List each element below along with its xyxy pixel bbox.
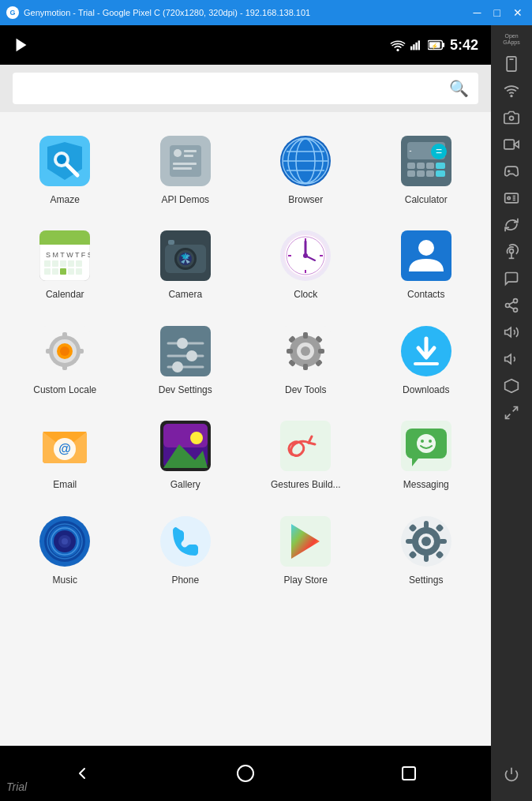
app-item-contacts[interactable]: Contacts — [368, 219, 485, 308]
svg-point-3 — [510, 117, 514, 121]
svg-point-102 — [418, 240, 434, 256]
svg-rect-59 — [417, 163, 425, 169]
minimize-button[interactable]: ─ — [470, 6, 485, 20]
svg-rect-163 — [424, 554, 429, 562]
svg-point-154 — [62, 538, 68, 545]
close-button[interactable]: ✕ — [510, 6, 526, 20]
rotation-sidebar-icon[interactable] — [500, 214, 523, 236]
svg-point-15 — [514, 299, 518, 303]
contacts-icon — [398, 227, 455, 284]
sidebar-right: OpenGApps — [491, 25, 532, 801]
app-grid-container: Amaze API — [0, 112, 491, 746]
phone-sidebar-icon[interactable] — [500, 53, 523, 75]
id-sidebar-icon[interactable] — [500, 187, 523, 209]
svg-rect-76 — [60, 260, 66, 267]
svg-rect-74 — [44, 260, 51, 267]
battery-icon: ⚡ — [428, 39, 445, 51]
phone-label: Phone — [171, 575, 199, 586]
app-item-dev-settings[interactable]: Dev Settings — [127, 315, 245, 403]
antenna-sidebar-icon[interactable] — [500, 241, 523, 263]
downloads-icon — [398, 323, 455, 380]
svg-point-38 — [57, 155, 66, 164]
app-item-downloads[interactable]: Downloads — [368, 315, 485, 403]
app-item-amaze[interactable]: Amaze — [6, 125, 124, 213]
gamepad-sidebar-icon[interactable] — [500, 160, 523, 182]
svg-point-11 — [508, 197, 510, 200]
app-item-dev-tools[interactable]: Dev Tools — [247, 315, 365, 403]
search-input-box[interactable]: 🔍 — [13, 73, 478, 104]
app-item-phone[interactable]: Phone — [127, 505, 245, 593]
home-button[interactable] — [231, 759, 260, 788]
svg-text:=: = — [436, 145, 442, 158]
window-title: Genymotion - Trial - Google Pixel C (720… — [24, 8, 470, 17]
custom-locale-icon — [36, 323, 93, 380]
svg-rect-83 — [76, 268, 82, 275]
app-item-email[interactable]: @ Email — [6, 410, 124, 498]
music-label: Music — [53, 575, 77, 586]
app-item-custom-locale[interactable]: Custom Locale — [6, 315, 124, 403]
back-button[interactable] — [68, 759, 96, 788]
svg-rect-162 — [424, 521, 429, 529]
settings-icon — [398, 513, 455, 570]
app-item-play-store[interactable]: Play Store — [247, 505, 365, 593]
window-titlebar: G Genymotion - Trial - Google Pixel C (7… — [0, 0, 532, 25]
recents-button[interactable] — [395, 759, 423, 788]
music-icon — [36, 513, 93, 570]
maximize-button[interactable]: □ — [491, 6, 504, 20]
chat-sidebar-icon[interactable] — [500, 268, 523, 290]
svg-rect-30 — [415, 43, 417, 51]
svg-point-100 — [303, 253, 308, 258]
power-sidebar-icon[interactable] — [500, 763, 523, 785]
clock-label: Clock — [294, 289, 317, 300]
phone-icon — [157, 513, 214, 570]
app-item-gestures[interactable]: Gestures Build... — [247, 410, 365, 498]
svg-point-2 — [511, 95, 512, 97]
signal-icon — [410, 39, 423, 51]
svg-rect-29 — [413, 44, 414, 50]
volume-down-sidebar-icon[interactable] — [500, 348, 523, 370]
svg-point-41 — [174, 149, 182, 157]
svg-point-146 — [417, 434, 436, 453]
video-sidebar-icon[interactable] — [500, 133, 523, 155]
svg-point-114 — [177, 338, 188, 349]
tag-sidebar-icon[interactable] — [500, 375, 523, 397]
app-item-camera[interactable]: Camera — [127, 219, 245, 308]
app-item-browser[interactable]: Browser — [247, 125, 365, 213]
svg-point-172 — [238, 765, 253, 781]
svg-rect-58 — [407, 163, 415, 169]
app-item-clock[interactable]: Clock — [247, 219, 365, 308]
svg-text:⚡: ⚡ — [431, 43, 439, 50]
svg-point-16 — [506, 304, 510, 308]
svg-point-27 — [396, 49, 399, 51]
play-store-status-icon — [13, 36, 30, 54]
window-controls[interactable]: ─ □ ✕ — [470, 6, 526, 20]
app-item-settings[interactable]: Settings — [368, 505, 485, 593]
app-icon: G — [6, 6, 19, 19]
status-time: 5:42 — [450, 37, 478, 54]
volume-up-sidebar-icon[interactable] — [500, 321, 523, 343]
app-item-api-demos[interactable]: API Demos — [127, 125, 245, 213]
svg-text:@: @ — [58, 442, 71, 455]
svg-line-24 — [506, 414, 511, 419]
camera-sidebar-icon[interactable] — [500, 107, 523, 129]
svg-rect-89 — [168, 240, 174, 245]
resize-sidebar-icon[interactable] — [500, 402, 523, 424]
svg-point-12 — [510, 249, 514, 253]
svg-rect-173 — [403, 767, 415, 780]
svg-rect-108 — [46, 349, 52, 354]
app-item-gallery[interactable]: Gallery — [127, 410, 245, 498]
app-item-music[interactable]: Music — [6, 505, 124, 593]
browser-label: Browser — [288, 194, 323, 205]
app-item-calendar[interactable]: S M T W T F S Ca — [6, 219, 124, 308]
svg-point-130 — [301, 346, 310, 356]
wifi-sidebar-icon[interactable] — [500, 80, 523, 102]
gestures-label: Gestures Build... — [271, 479, 341, 490]
svg-rect-81 — [60, 268, 66, 275]
amaze-icon — [36, 133, 93, 189]
svg-line-18 — [509, 307, 514, 309]
svg-rect-45 — [173, 167, 192, 170]
search-icon: 🔍 — [449, 79, 469, 98]
app-item-calculator[interactable]: ÷ × + - — [368, 125, 485, 213]
app-item-messaging[interactable]: Messaging — [368, 410, 485, 498]
share-sidebar-icon[interactable] — [500, 294, 523, 316]
